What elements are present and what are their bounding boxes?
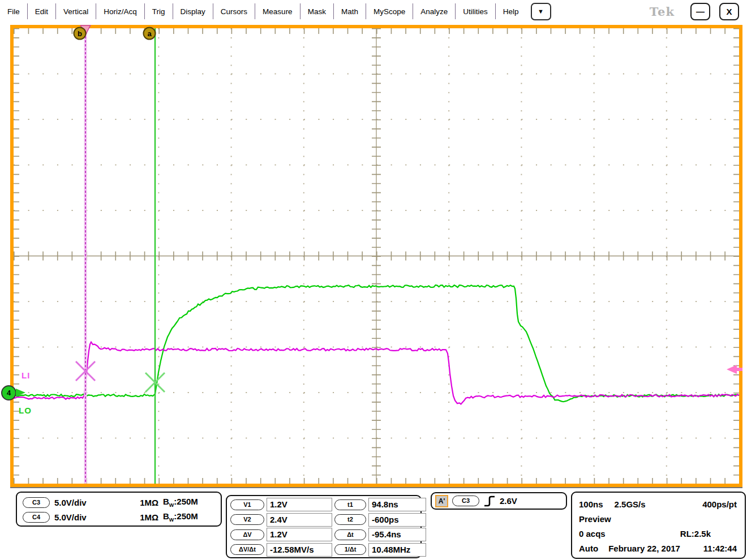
inv-dt-value: 10.48MHz xyxy=(368,543,426,557)
date-value: February 22, 2017 xyxy=(608,544,680,553)
trigger-source-badge[interactable]: C3 xyxy=(452,496,479,506)
rising-edge-icon xyxy=(483,494,496,508)
horizontal-readout-panel: 100ns 2.5GS/s 400ps/pt Preview 0 acqs RL… xyxy=(571,492,746,559)
acquisition-count: 0 acqs xyxy=(579,529,606,539)
channel-4-reference-marker[interactable]: 4 xyxy=(1,385,16,400)
preview-line: Preview xyxy=(579,511,738,526)
menu-horiz-acq[interactable]: Horiz/Acq xyxy=(96,7,144,16)
menu-trig[interactable]: Trig xyxy=(145,7,173,16)
trigger-level-arrow-icon[interactable] xyxy=(727,365,737,374)
menu-mask[interactable]: Mask xyxy=(300,7,333,16)
minimize-button[interactable]: — xyxy=(690,3,710,20)
v1-value: 1.2V xyxy=(267,498,332,511)
t1-value: 94.8ns xyxy=(368,498,426,511)
dv-value: 1.2V xyxy=(267,528,332,541)
dv-badge[interactable]: ΔV xyxy=(230,529,264,540)
menu-vertical[interactable]: Vertical xyxy=(56,7,96,16)
preview-status: Preview xyxy=(579,514,611,524)
c3-badge[interactable]: C3 xyxy=(23,497,50,508)
close-icon: X xyxy=(726,7,732,16)
c3-impedance: 1MΩ xyxy=(140,498,158,507)
c4-badge[interactable]: C4 xyxy=(23,512,50,523)
c4-bandwidth: BW:250M xyxy=(163,511,215,523)
cursor-a-badge-label: a xyxy=(147,29,152,38)
close-button[interactable]: X xyxy=(719,3,739,20)
menu-measure[interactable]: Measure xyxy=(255,7,300,16)
trigger-level-value: 2.6V xyxy=(500,496,517,506)
c3-bandwidth: BW:250M xyxy=(163,497,215,508)
menu-dropdown-button[interactable]: ▼ xyxy=(531,3,551,20)
t2-badge[interactable]: t2 xyxy=(334,514,366,525)
trigger-mode: Auto xyxy=(579,544,598,553)
cursor-b-badge-label: b xyxy=(78,29,82,38)
tek-logo: Tek xyxy=(650,5,675,19)
timebase-line: 100ns 2.5GS/s 400ps/pt xyxy=(579,497,738,511)
inv-dt-badge[interactable]: 1/Δt xyxy=(334,544,366,555)
time-value: 11:42:44 xyxy=(703,544,737,553)
record-length: RL:2.5k xyxy=(680,529,711,539)
chevron-down-icon: ▼ xyxy=(538,8,544,15)
channel-4-arrow-icon xyxy=(16,389,25,397)
minimize-icon: — xyxy=(696,7,705,16)
menu-display[interactable]: Display xyxy=(173,7,213,16)
menu-myscope[interactable]: MyScope xyxy=(366,7,413,16)
menu-file[interactable]: File xyxy=(0,7,27,16)
c4-impedance: 1MΩ xyxy=(140,512,158,522)
v1-badge[interactable]: V1 xyxy=(230,499,264,510)
scope-display-frame: ba xyxy=(10,25,742,487)
window-controls: Tek — X xyxy=(650,3,739,20)
cursor-readout-panel: V1 1.2V t1 94.8ns V2 2.4V t2 -600ps ΔV 1… xyxy=(226,495,422,558)
c4-scale: 5.0V/div xyxy=(54,512,87,522)
dt-value: -95.4ns xyxy=(368,528,426,541)
menu-bar: File Edit Vertical Horiz/Acq Trig Displa… xyxy=(0,0,747,23)
channel-c4-row: C4 5.0V/div 1MΩ BW:250M xyxy=(23,510,215,524)
graticule-svg: ba xyxy=(14,28,739,484)
menu-analyze[interactable]: Analyze xyxy=(413,7,455,16)
sample-resolution: 400ps/pt xyxy=(702,499,737,509)
menu-edit[interactable]: Edit xyxy=(28,7,55,16)
label-li: LI xyxy=(22,371,30,380)
dvdt-value: -12.58MV/s xyxy=(267,543,332,557)
menu-cursors[interactable]: Cursors xyxy=(213,7,255,16)
c3-scale: 5.0V/div xyxy=(54,498,87,507)
t1-badge[interactable]: t1 xyxy=(334,499,366,510)
trigger-level-arrow-tail xyxy=(736,368,742,371)
channel-c3-row: C3 5.0V/div 1MΩ BW:250M xyxy=(23,495,215,510)
menu-math[interactable]: Math xyxy=(334,7,366,16)
sample-rate: 2.5GS/s xyxy=(615,499,646,509)
t2-value: -600ps xyxy=(368,513,426,527)
dvdt-badge[interactable]: ΔV/Δt xyxy=(230,544,264,555)
menu-help[interactable]: Help xyxy=(496,7,526,16)
acqs-line: 0 acqs RL:2.5k xyxy=(579,526,738,541)
dt-badge[interactable]: Δt xyxy=(334,529,366,540)
timebase-value: 100ns xyxy=(579,499,603,509)
v2-value: 2.4V xyxy=(267,513,332,527)
channel-readout-panel: C3 5.0V/div 1MΩ BW:250M C4 5.0V/div 1MΩ … xyxy=(16,492,222,527)
datetime-line: Auto February 22, 2017 11:42:44 xyxy=(579,541,738,555)
trigger-readout-panel: A' C3 2.6V xyxy=(431,492,567,510)
label-lo: LO xyxy=(19,406,32,415)
trigger-a-badge[interactable]: A' xyxy=(435,495,448,507)
menu-utilities[interactable]: Utilities xyxy=(456,7,495,16)
v2-badge[interactable]: V2 xyxy=(230,514,264,525)
